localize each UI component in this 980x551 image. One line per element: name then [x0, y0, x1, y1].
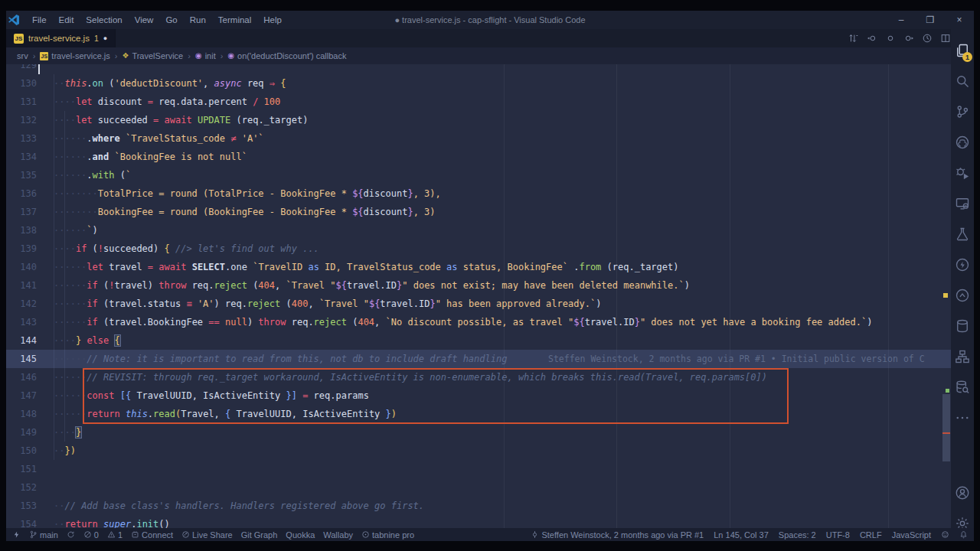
code-line-153[interactable]: 153··// Add base class's handlers. Handl… [6, 497, 951, 515]
close-button[interactable]: × [945, 11, 974, 29]
minimize-button[interactable]: – [887, 11, 916, 29]
code-line-145[interactable]: 145······// Note: it is important to rea… [6, 350, 951, 368]
code-line-149[interactable]: 149····} [6, 423, 951, 442]
code-line-133[interactable]: 133······.where `TravelStatus_code ≠ 'A'… [6, 129, 951, 148]
code-line-140[interactable]: 140······let travel = await SELECT.one `… [6, 258, 951, 276]
code-line-130[interactable]: 130··this.on ('deductDiscount', async re… [6, 74, 951, 93]
status-item-utf-8[interactable]: UTF-8 [826, 530, 850, 540]
status-item-smiley[interactable] [941, 530, 949, 539]
status-item-sync[interactable] [67, 530, 75, 539]
testing-icon[interactable] [952, 219, 972, 249]
breadcrumb-item[interactable]: srv [17, 51, 28, 60]
gitlens-changes-icon[interactable] [848, 33, 859, 44]
hierarchy-icon[interactable] [952, 341, 972, 372]
breadcrumb-item[interactable]: ◉on('deductDiscount') callback [227, 51, 346, 60]
run-debug-icon[interactable] [952, 158, 972, 188]
code-token: let [76, 96, 93, 107]
code-token: ) [247, 317, 258, 328]
status-item-plug-connect[interactable]: Connect [131, 530, 173, 540]
source-control-icon[interactable] [952, 96, 972, 127]
github-icon[interactable] [952, 127, 972, 158]
database-search-icon[interactable] [952, 372, 972, 403]
tab-dirty-indicator[interactable]: ● [103, 35, 107, 42]
explorer-icon[interactable]: 1 [952, 35, 972, 66]
code-line-129[interactable]: 129 [6, 64, 951, 74]
code-line-152[interactable]: 152 [6, 478, 951, 497]
status-item-error-0[interactable]: 0 [83, 530, 99, 540]
previous-change-icon[interactable] [866, 33, 877, 44]
menu-go[interactable]: Go [159, 15, 183, 24]
code-line-143[interactable]: 143······if (travel.BookingFee == null) … [6, 313, 951, 331]
next-change-icon[interactable] [903, 33, 914, 44]
status-item-wallaby[interactable]: Wallaby [323, 530, 353, 540]
code-line-139[interactable]: 139····if (!succeeded) { //> let's find … [6, 240, 951, 258]
menu-edit[interactable]: Edit [53, 15, 80, 24]
timeline-icon[interactable] [921, 33, 933, 44]
menu-terminal[interactable]: Terminal [212, 15, 257, 24]
breadcrumb-item[interactable]: ◉init [195, 51, 216, 60]
annotation-highlight-box [83, 368, 789, 424]
menu-run[interactable]: Run [184, 15, 212, 24]
tab-travel-service[interactable]: JS travel-service.js 1 ● [6, 29, 116, 47]
more-icon[interactable] [952, 403, 972, 433]
code-token: } [407, 188, 413, 199]
code-editor[interactable]: 129130··this.on ('deductDiscount', async… [6, 64, 951, 539]
code-line-144[interactable]: 144····} else { [6, 331, 951, 350]
code-token: ) [867, 317, 872, 328]
code-line-142[interactable]: 142······if (travel.status ≡ 'A') req.re… [6, 295, 951, 313]
status-item-warning-1[interactable]: 1 [107, 530, 122, 540]
status-item-share-live-share[interactable]: Live Share [181, 530, 233, 540]
breadcrumb-item[interactable]: ❖TravelService [122, 51, 183, 60]
code-line-137[interactable]: 137········BookingFee = round (BookingFe… [6, 203, 951, 221]
code-token: ······ [54, 409, 87, 419]
code-token: throw [258, 317, 286, 328]
code-line-135[interactable]: 135······.with (` [6, 166, 951, 184]
status-item-branch-main[interactable]: main [29, 530, 58, 540]
status-item-git-graph[interactable]: Git Graph [241, 530, 278, 540]
code-line-150[interactable]: 150··}) [6, 442, 951, 460]
menu-help[interactable]: Help [257, 15, 288, 24]
breadcrumb-label: travel-service.js [51, 51, 109, 60]
status-item-bell[interactable] [959, 530, 968, 539]
status-item-circle-tabnine-pro[interactable]: tabnine pro [361, 530, 414, 540]
code-token: req. [286, 317, 313, 328]
status-item-ln-145[interactable]: Ln 145, Col 37 [714, 530, 769, 540]
remote-explorer-icon[interactable] [952, 188, 972, 219]
split-editor-icon[interactable] [939, 33, 951, 44]
status-item-remote[interactable] [12, 530, 21, 539]
menu-selection[interactable]: Selection [80, 15, 128, 24]
code-token: succeeded) [103, 243, 164, 254]
menu-file[interactable]: File [26, 15, 53, 24]
line-number: 145 [6, 350, 37, 368]
code-line-141[interactable]: 141······if (!travel) throw req.reject (… [6, 276, 951, 295]
power-icon[interactable] [952, 249, 972, 280]
breadcrumb-item[interactable]: JStravel-service.js [40, 51, 109, 60]
database-icon[interactable] [952, 311, 972, 341]
restore-button[interactable]: ❐ [916, 11, 945, 29]
code-line-131[interactable]: 131····let discount = req.data.percent /… [6, 93, 951, 111]
scrollbar-thumb[interactable] [942, 394, 950, 461]
account-icon[interactable] [952, 478, 972, 508]
code-line-136[interactable]: 136········TotalPrice = round (TotalPric… [6, 184, 951, 203]
code-line-134[interactable]: 134······.and `BookingFee is not null` [6, 148, 951, 166]
status-item-quokka[interactable]: Quokka [286, 530, 315, 540]
status-item-spaces-2[interactable]: Spaces: 2 [779, 530, 816, 540]
code-line-132[interactable]: 132····let succeeded = await UPDATE (req… [6, 111, 951, 129]
status-item-commit-steffen-weinstock[interactable]: Steffen Weinstock, 2 months ago via PR #… [531, 530, 704, 540]
editor-scrollbar[interactable] [942, 64, 951, 539]
menu-view[interactable]: View [129, 15, 160, 24]
code-token: } [430, 298, 435, 309]
line-number: 137 [6, 203, 37, 221]
current-change-icon[interactable] [884, 33, 896, 44]
status-item-crlf[interactable]: CRLF [860, 530, 882, 540]
code-line-138[interactable]: 138······`) [6, 221, 951, 240]
circle-chevron-icon[interactable] [952, 280, 972, 311]
code-token [158, 115, 164, 126]
code-token: ······ [54, 298, 87, 309]
code-token: ⇒ [270, 78, 275, 89]
status-item-javascript[interactable]: JavaScript [892, 530, 931, 540]
code-token: ${ [336, 280, 347, 291]
search-icon[interactable] [952, 66, 972, 96]
code-token: ≡ [186, 298, 191, 309]
code-line-151[interactable]: 151 [6, 460, 951, 478]
